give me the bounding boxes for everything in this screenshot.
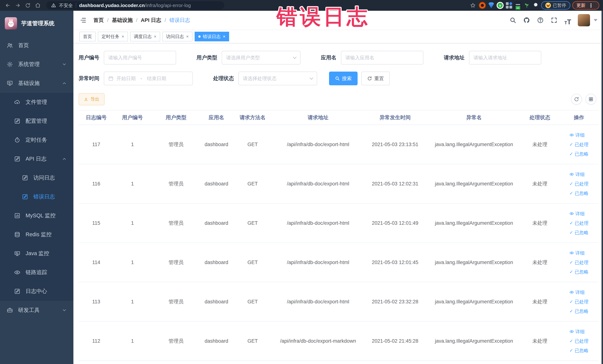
security-warning-icon bbox=[51, 3, 56, 8]
search-icon[interactable] bbox=[508, 15, 518, 25]
detail-link[interactable]: 详细 bbox=[569, 250, 585, 256]
sidebar-item-home[interactable]: 首页 bbox=[0, 36, 73, 55]
tab-label: 首页 bbox=[83, 34, 92, 39]
mark-ignored-link[interactable]: ✓已忽略 bbox=[569, 151, 589, 157]
breadcrumb-item[interactable]: 基础设施 bbox=[112, 17, 133, 24]
sidebar-item-dev-tools[interactable]: 研发工具 bbox=[0, 301, 73, 320]
mark-ignored-link[interactable]: ✓已忽略 bbox=[569, 308, 589, 314]
sidebar-item-scheduled-tasks[interactable]: 定时任务 bbox=[0, 130, 73, 150]
emoji-face-icon bbox=[545, 3, 551, 8]
sidebar-item-error-log[interactable]: 错误日志 bbox=[0, 187, 73, 206]
log-edit-icon bbox=[22, 175, 28, 181]
request-url-input[interactable] bbox=[474, 55, 537, 61]
detail-link[interactable]: 详细 bbox=[569, 171, 585, 177]
mark-ignored-link[interactable]: ✓已忽略 bbox=[569, 348, 589, 354]
extension-plant-icon[interactable] bbox=[523, 2, 530, 9]
caret-down-icon[interactable] bbox=[594, 19, 597, 21]
detail-link[interactable]: 详细 bbox=[569, 211, 585, 217]
close-icon[interactable]: × bbox=[186, 34, 189, 39]
sidebar-item-mysql-monitor[interactable]: MySQL 监控 bbox=[0, 206, 73, 225]
sidebar-logo[interactable]: 芋道管理系统 bbox=[0, 11, 73, 36]
tab-home[interactable]: 首页 bbox=[79, 32, 96, 41]
chevron-up-icon bbox=[62, 81, 67, 86]
sidebar-item-log-center[interactable]: 日志中心 bbox=[0, 282, 73, 301]
sidebar-item-config-management[interactable]: 配置管理 bbox=[0, 112, 73, 130]
sidebar-item-infrastructure[interactable]: 基础设施 bbox=[0, 74, 73, 93]
sidebar-item-system-management[interactable]: 系统管理 bbox=[0, 55, 73, 74]
bookmark-star-icon[interactable] bbox=[469, 1, 477, 10]
cell-log-id: 117 bbox=[79, 125, 114, 164]
close-icon[interactable]: × bbox=[122, 34, 124, 39]
fullscreen-icon[interactable] bbox=[549, 15, 559, 25]
detail-link[interactable]: 详细 bbox=[569, 132, 585, 138]
sidebar-item-redis-monitor[interactable]: Redis 监控 bbox=[0, 225, 73, 244]
sidebar-item-api-log[interactable]: API 日志 bbox=[0, 150, 73, 168]
extensions-puzzle-icon[interactable] bbox=[532, 2, 539, 9]
reset-button[interactable]: 重置 bbox=[361, 71, 390, 85]
annotation-error-log-title: 错误日志 bbox=[277, 3, 370, 31]
tab-schedule-log[interactable]: 调度日志× bbox=[130, 32, 160, 41]
mark-processed-link[interactable]: ✓已处理 bbox=[569, 299, 589, 305]
reload-icon[interactable] bbox=[24, 1, 32, 10]
mark-processed-link[interactable]: ✓已处理 bbox=[569, 259, 589, 266]
table-row: 115 1 管理员 dashboard GET /api/infra/db-do… bbox=[79, 203, 599, 243]
sidebar-item-file-management[interactable]: 文件管理 bbox=[0, 93, 73, 112]
close-icon[interactable]: × bbox=[223, 34, 225, 39]
cell-method: GET bbox=[232, 164, 273, 203]
sidebar-item-java-monitor[interactable]: Java 监控 bbox=[0, 244, 73, 263]
process-status-select[interactable]: 请选择处理状态 bbox=[238, 71, 317, 85]
table-row: 113 1 管理员 dashboard GET /api/infra/db-do… bbox=[79, 282, 599, 321]
extension-shield-icon[interactable] bbox=[488, 2, 495, 9]
help-icon[interactable] bbox=[535, 15, 545, 25]
detail-link[interactable]: 详细 bbox=[569, 329, 585, 335]
log-edit-icon bbox=[22, 194, 28, 200]
user-id-input[interactable] bbox=[108, 55, 172, 61]
user-id-label: 用户编号 bbox=[79, 54, 99, 61]
tab-error-log[interactable]: 错误日志× bbox=[195, 32, 229, 41]
mark-ignored-link[interactable]: ✓已忽略 bbox=[569, 269, 589, 275]
home-icon[interactable] bbox=[34, 1, 42, 10]
date-range-picker[interactable]: 开始日期 - 结束日期 bbox=[104, 71, 193, 85]
search-button[interactable]: 搜索 bbox=[329, 71, 358, 85]
sidebar-toggle-icon[interactable] bbox=[79, 16, 87, 24]
request-url-input-wrap bbox=[469, 51, 541, 65]
paused-badge[interactable]: 已暂停 bbox=[541, 1, 570, 10]
extension-green-v-icon[interactable]: v bbox=[497, 2, 504, 9]
close-icon[interactable]: × bbox=[154, 34, 156, 39]
mark-ignored-link[interactable]: ✓已忽略 bbox=[569, 230, 589, 236]
extension-switch-on-icon[interactable]: on bbox=[514, 2, 522, 9]
mark-processed-link[interactable]: ✓已处理 bbox=[569, 141, 589, 148]
tab-scheduled-tasks[interactable]: 定时任务× bbox=[98, 32, 128, 41]
font-size-icon[interactable]: TT bbox=[563, 15, 573, 25]
breadcrumb-separator: / bbox=[165, 17, 166, 23]
error-log-table: 日志编号 用户编号 用户类型 应用名 请求方法名 请求地址 异常发生时间 异常名… bbox=[79, 110, 599, 361]
mark-processed-link[interactable]: ✓已处理 bbox=[569, 220, 589, 226]
user-type-select[interactable]: 请选择用户类型 bbox=[222, 51, 301, 65]
sidebar-item-tracing[interactable]: 链路追踪 bbox=[0, 263, 73, 282]
extension-colorpicker-icon[interactable] bbox=[479, 2, 486, 9]
github-icon[interactable] bbox=[522, 15, 532, 25]
export-button[interactable]: 导出 bbox=[79, 93, 104, 105]
avatar[interactable] bbox=[578, 14, 590, 26]
refresh-table-button[interactable] bbox=[571, 94, 582, 105]
sidebar-item-access-log[interactable]: 访问日志 bbox=[0, 168, 73, 187]
peoples-icon bbox=[7, 42, 13, 48]
address-bar[interactable]: 不安全 dashboard.yudao.iocoder.cn/infra/log… bbox=[46, 1, 224, 10]
update-button[interactable]: 更新 ⋮ bbox=[572, 1, 599, 10]
refresh-icon bbox=[574, 97, 579, 102]
app-name-input[interactable] bbox=[345, 55, 419, 61]
breadcrumb-item[interactable]: 首页 bbox=[93, 17, 104, 24]
detail-link[interactable]: 详细 bbox=[569, 289, 585, 295]
extension-grid-icon[interactable] bbox=[506, 2, 512, 9]
window-scrollbar[interactable] bbox=[602, 11, 603, 364]
forward-icon[interactable] bbox=[14, 1, 22, 10]
browser-menu-dots-icon[interactable]: ⋮ bbox=[587, 2, 595, 9]
mark-processed-link[interactable]: ✓已处理 bbox=[569, 181, 589, 187]
eye-icon bbox=[569, 133, 574, 137]
breadcrumb-item[interactable]: API 日志 bbox=[141, 17, 161, 24]
tab-access-log[interactable]: 访问日志× bbox=[162, 32, 192, 41]
mark-processed-link[interactable]: ✓已处理 bbox=[569, 338, 589, 344]
column-settings-button[interactable] bbox=[586, 94, 596, 105]
back-icon[interactable] bbox=[4, 1, 12, 10]
mark-ignored-link[interactable]: ✓已忽略 bbox=[569, 190, 589, 196]
